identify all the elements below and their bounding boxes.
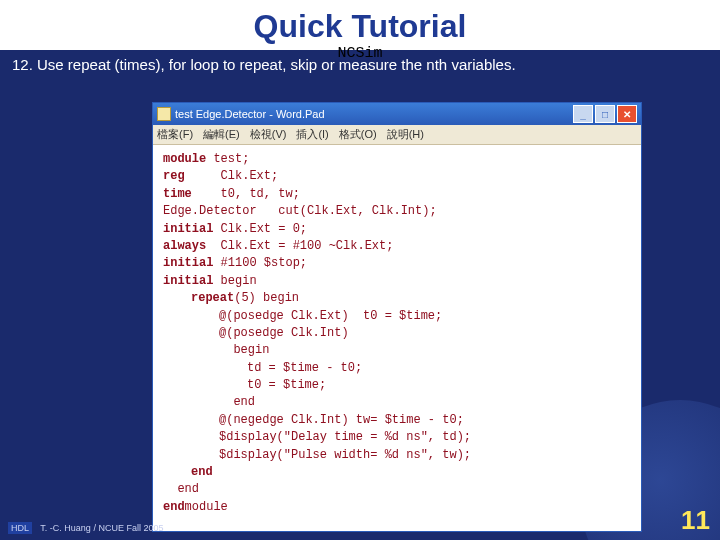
code-line: module test;: [163, 151, 631, 168]
code-line: begin: [163, 342, 631, 359]
code-line: reg Clk.Ext;: [163, 168, 631, 185]
menu-view[interactable]: 檢視(V): [250, 127, 287, 142]
code-line: $display("Pulse width= %d ns", tw);: [163, 447, 631, 464]
menu-edit[interactable]: 編輯(E): [203, 127, 240, 142]
menu-format[interactable]: 格式(O): [339, 127, 377, 142]
menubar: 檔案(F) 編輯(E) 檢視(V) 插入(I) 格式(O) 說明(H): [153, 125, 641, 145]
code-area: module test;reg Clk.Ext;time t0, td, tw;…: [153, 145, 641, 522]
code-line: initial Clk.Ext = 0;: [163, 221, 631, 238]
minimize-button[interactable]: _: [573, 105, 593, 123]
titlebar: test Edge.Detector - Word.Pad _ □ ✕: [153, 103, 641, 125]
code-line: initial begin: [163, 273, 631, 290]
code-line: t0 = $time;: [163, 377, 631, 394]
hdl-badge: HDL: [8, 522, 32, 534]
slide-title: Quick Tutorial: [0, 0, 720, 45]
window-title: test Edge.Detector - Word.Pad: [175, 108, 571, 120]
wordpad-window: test Edge.Detector - Word.Pad _ □ ✕ 檔案(F…: [152, 102, 642, 532]
code-line: initial #1100 $stop;: [163, 255, 631, 272]
code-line: time t0, td, tw;: [163, 186, 631, 203]
menu-file[interactable]: 檔案(F): [157, 127, 193, 142]
code-line: repeat(5) begin: [163, 290, 631, 307]
code-line: end: [163, 464, 631, 481]
code-line: end: [163, 481, 631, 498]
code-line: always Clk.Ext = #100 ~Clk.Ext;: [163, 238, 631, 255]
code-line: endmodule: [163, 499, 631, 516]
footer-credit: T. -C. Huang / NCUE Fall 2005: [40, 523, 163, 533]
menu-insert[interactable]: 插入(I): [296, 127, 328, 142]
wordpad-icon: [157, 107, 171, 121]
maximize-button[interactable]: □: [595, 105, 615, 123]
menu-help[interactable]: 說明(H): [387, 127, 424, 142]
code-line: @(negedge Clk.Int) tw= $time - t0;: [163, 412, 631, 429]
close-button[interactable]: ✕: [617, 105, 637, 123]
code-line: @(posedge Clk.Ext) t0 = $time;: [163, 308, 631, 325]
code-line: $display("Delay time = %d ns", td);: [163, 429, 631, 446]
code-line: td = $time - t0;: [163, 360, 631, 377]
code-line: @(posedge Clk.Int): [163, 325, 631, 342]
footer: HDL T. -C. Huang / NCUE Fall 2005: [8, 522, 163, 534]
code-line: end: [163, 394, 631, 411]
code-line: Edge.Detector cut(Clk.Ext, Clk.Int);: [163, 203, 631, 220]
page-number: 11: [681, 505, 710, 536]
